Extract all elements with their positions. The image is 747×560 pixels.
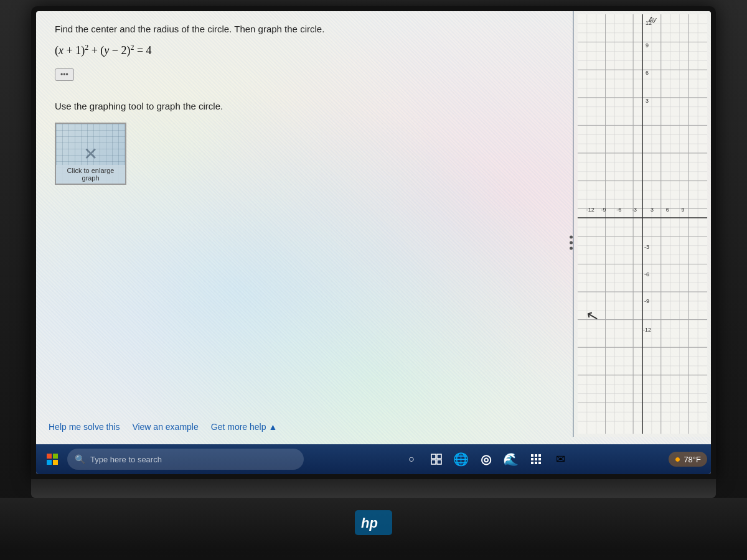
vertical-dots-button[interactable] [570, 236, 573, 250]
svg-rect-98 [431, 454, 436, 459]
svg-text:-9: -9 [644, 298, 649, 304]
desktop-icon[interactable] [425, 448, 448, 470]
svg-rect-106 [535, 458, 537, 460]
dot-1 [570, 236, 573, 239]
svg-rect-100 [431, 460, 436, 464]
task-view-button[interactable]: ○ [400, 448, 423, 470]
svg-text:6: 6 [646, 70, 649, 76]
svg-text:hp: hp [361, 515, 378, 531]
taskbar-center-icons: ○ 🌐 ◎ 🌊 [306, 448, 666, 470]
grid-icon [431, 454, 442, 465]
laptop-bottom-bar [31, 479, 716, 498]
svg-text:-12: -12 [586, 207, 594, 213]
svg-text:-12: -12 [643, 327, 651, 333]
problem-instruction: Find the center and the radius of the ci… [55, 24, 555, 34]
main-content: Find the center and the radius of the ci… [36, 11, 574, 437]
taskbar: 🔍 Type here to search ○ [36, 444, 711, 474]
svg-text:-6: -6 [616, 207, 621, 213]
taskbar-search-text: Type here to search [90, 455, 162, 464]
svg-rect-105 [531, 458, 533, 460]
weather-temperature: 78°F [684, 455, 701, 464]
apps-button[interactable] [525, 448, 547, 470]
view-example-button[interactable]: View an example [132, 422, 198, 432]
svg-rect-107 [538, 458, 541, 460]
weather-badge[interactable]: ● 78°F [669, 452, 707, 467]
graph-thumbnail-label: Click to enlarge graph [56, 165, 125, 184]
screen-bezel: Find the center and the radius of the ci… [31, 6, 716, 479]
get-more-help-label: Get more help [211, 422, 266, 432]
svg-rect-108 [531, 462, 533, 464]
grid-panel: Ay -12 -9 -6 -3 3 6 9 9 6 3 -3 [574, 11, 711, 437]
svg-text:9: 9 [646, 42, 649, 49]
svg-text:3: 3 [646, 98, 649, 104]
svg-rect-97 [53, 460, 58, 465]
edge-button[interactable]: 🌊 [500, 448, 522, 470]
equation-display: (x + 1)2 + (y − 2)2 = 4 [55, 43, 555, 57]
svg-rect-96 [47, 460, 52, 465]
chrome-button[interactable]: 🌐 [450, 448, 472, 470]
dot-2 [570, 241, 573, 245]
circle-app-button[interactable]: ◎ [475, 448, 497, 470]
svg-rect-102 [531, 454, 533, 457]
coordinate-grid[interactable]: Ay -12 -9 -6 -3 3 6 9 9 6 3 -3 [577, 14, 708, 434]
svg-rect-110 [538, 462, 541, 464]
help-solve-button[interactable]: Help me solve this [49, 422, 120, 432]
svg-rect-95 [53, 454, 58, 459]
start-button[interactable] [40, 447, 65, 472]
get-more-help-button[interactable]: Get more help ▲ [211, 422, 278, 432]
action-buttons-container: Help me solve this View an example Get m… [49, 422, 277, 432]
svg-text:12: 12 [646, 20, 652, 26]
graphing-instruction: Use the graphing tool to graph the circl… [55, 101, 555, 111]
svg-text:-3: -3 [644, 244, 649, 250]
svg-rect-104 [538, 454, 541, 457]
svg-rect-101 [437, 460, 441, 464]
dot-3 [570, 247, 573, 250]
hp-area: hp [0, 498, 747, 551]
svg-rect-99 [437, 454, 441, 459]
get-more-help-arrow: ▲ [268, 422, 277, 432]
svg-rect-109 [535, 462, 537, 464]
hp-logo: hp [349, 507, 398, 538]
graph-thumbnail[interactable]: Click to enlarge graph [55, 123, 126, 185]
svg-text:6: 6 [666, 207, 669, 213]
svg-text:-9: -9 [601, 207, 606, 213]
grid-svg: Ay -12 -9 -6 -3 3 6 9 9 6 3 -3 [577, 14, 708, 434]
weather-sun-icon: ● [675, 454, 681, 465]
taskbar-right-area: ● 78°F [669, 452, 707, 467]
mail-button[interactable]: ✉ [550, 448, 572, 470]
svg-text:-6: -6 [644, 271, 649, 278]
svg-text:3: 3 [651, 207, 654, 213]
hp-logo-svg: hp [355, 510, 392, 535]
expand-dots-button[interactable]: ••• [55, 68, 74, 81]
svg-rect-103 [535, 454, 537, 457]
svg-rect-94 [47, 454, 52, 459]
screen: Find the center and the radius of the ci… [36, 11, 711, 474]
windows-icon [47, 454, 58, 465]
taskbar-search-bar[interactable]: 🔍 Type here to search [67, 449, 304, 470]
svg-text:9: 9 [681, 207, 684, 213]
laptop-outer: Find the center and the radius of the ci… [0, 0, 747, 560]
svg-text:-3: -3 [632, 207, 637, 213]
taskbar-search-icon: 🔍 [75, 454, 85, 465]
apps-icon [530, 454, 542, 465]
